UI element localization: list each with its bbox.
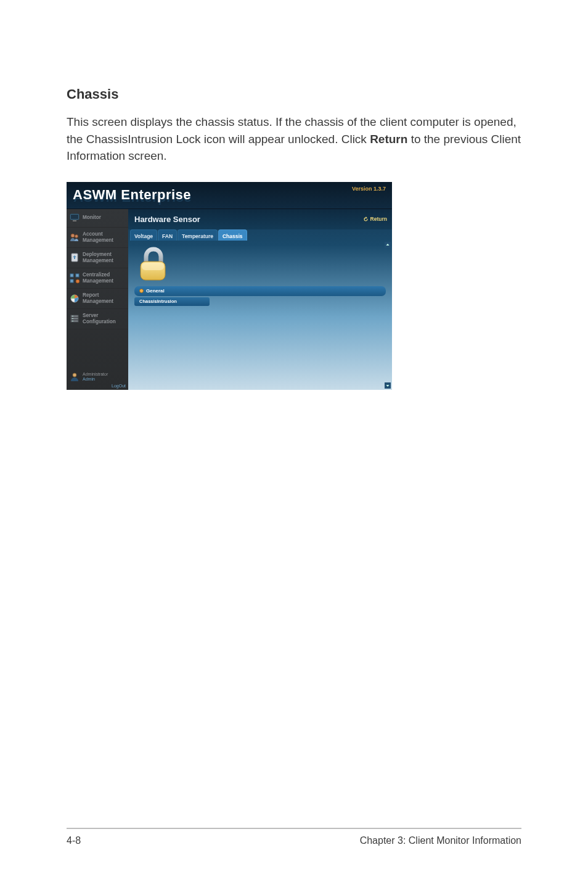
admin-name: Admin — [83, 377, 95, 381]
svg-rect-6 — [70, 274, 73, 277]
page-title: Hardware Sensor — [134, 215, 200, 224]
admin-icon — [69, 371, 80, 382]
footer-left: 4-8 — [67, 835, 81, 846]
tab-fan[interactable]: FAN — [158, 229, 177, 241]
page-footer: 4-8 Chapter 3: Client Monitor Informatio… — [67, 828, 521, 846]
content-area: General ChassisIntrusion — [128, 241, 392, 390]
sidebar-item-label: Monitor — [83, 215, 101, 220]
version-label: Version 1.3.7 — [352, 186, 386, 192]
svg-point-3 — [71, 234, 75, 237]
app-screenshot: ASWM Enterprise ASWM Enterprise Version … — [67, 182, 392, 390]
refresh-icon — [363, 217, 369, 222]
tab-temperature[interactable]: Temperature — [178, 229, 218, 241]
svg-rect-11 — [71, 315, 78, 317]
svg-point-14 — [72, 315, 73, 316]
tab-voltage[interactable]: Voltage — [130, 229, 157, 241]
admin-block: Administrator Admin — [67, 368, 128, 383]
main-header: Hardware Sensor Return — [128, 209, 392, 229]
sidebar-item-report[interactable]: Report Management — [67, 289, 128, 309]
svg-rect-2 — [73, 220, 76, 221]
svg-rect-8 — [70, 279, 73, 283]
chassis-lock-icon — [136, 247, 387, 283]
main-panel: Hardware Sensor Return Voltage FAN Tempe… — [128, 209, 392, 390]
svg-point-15 — [72, 318, 73, 319]
report-icon — [69, 293, 80, 304]
monitor-icon — [69, 212, 80, 223]
svg-point-4 — [75, 234, 78, 237]
admin-role: Administrator — [83, 372, 108, 376]
admin-text: Administrator Admin — [83, 372, 108, 381]
sidebar-item-centralized[interactable]: Centralized Management — [67, 268, 128, 289]
svg-point-9 — [76, 279, 80, 283]
chassis-intrusion-label: ChassisIntrusion — [139, 299, 177, 304]
scroll-up-button[interactable] — [385, 242, 391, 248]
sidebar-item-deployment[interactable]: Deployment Management — [67, 248, 128, 268]
body-paragraph: This screen displays the chassis status.… — [67, 113, 521, 165]
svg-point-17 — [73, 373, 76, 377]
users-icon — [69, 232, 80, 243]
return-button[interactable]: Return — [363, 216, 387, 222]
app-header: ASWM Enterprise ASWM Enterprise Version … — [67, 182, 392, 209]
sidebar-item-label: Deployment Management — [83, 252, 113, 263]
chassis-intrusion-bar[interactable]: ChassisIntrusion — [134, 297, 210, 306]
sidebar-item-account[interactable]: Account Management — [67, 228, 128, 248]
server-icon — [69, 313, 80, 324]
svg-rect-7 — [76, 274, 79, 277]
centralized-icon — [69, 273, 80, 284]
sidebar-item-label: Server Configuration — [83, 313, 116, 324]
return-label: Return — [370, 216, 387, 222]
svg-rect-12 — [71, 318, 78, 320]
sidebar: Monitor Account Management — [67, 209, 128, 390]
logout-link[interactable]: LogOut — [67, 383, 128, 390]
svg-rect-19 — [142, 263, 164, 270]
sidebar-item-monitor[interactable]: Monitor — [67, 209, 128, 228]
section-heading: Chassis — [67, 86, 521, 102]
sidebar-item-label: Account Management — [83, 231, 113, 243]
tab-chassis[interactable]: Chassis — [218, 229, 247, 241]
general-section-bar[interactable]: General — [134, 286, 386, 296]
footer-right: Chapter 3: Client Monitor Information — [360, 835, 521, 846]
sidebar-item-label: Centralized Management — [83, 272, 113, 284]
sidebar-item-label: Report Management — [83, 292, 113, 304]
deploy-icon — [69, 252, 80, 263]
sensor-tabs: Voltage FAN Temperature Chassis — [128, 229, 392, 241]
body-text-bold: Return — [370, 133, 407, 146]
general-label: General — [146, 288, 165, 294]
status-dot-icon — [139, 289, 144, 293]
svg-point-16 — [72, 320, 73, 321]
svg-rect-13 — [71, 320, 78, 322]
sidebar-item-server-config[interactable]: Server Configuration — [67, 309, 128, 329]
app-logo: ASWM Enterprise — [73, 187, 191, 203]
svg-rect-1 — [71, 215, 78, 219]
scroll-down-button[interactable] — [385, 382, 391, 389]
